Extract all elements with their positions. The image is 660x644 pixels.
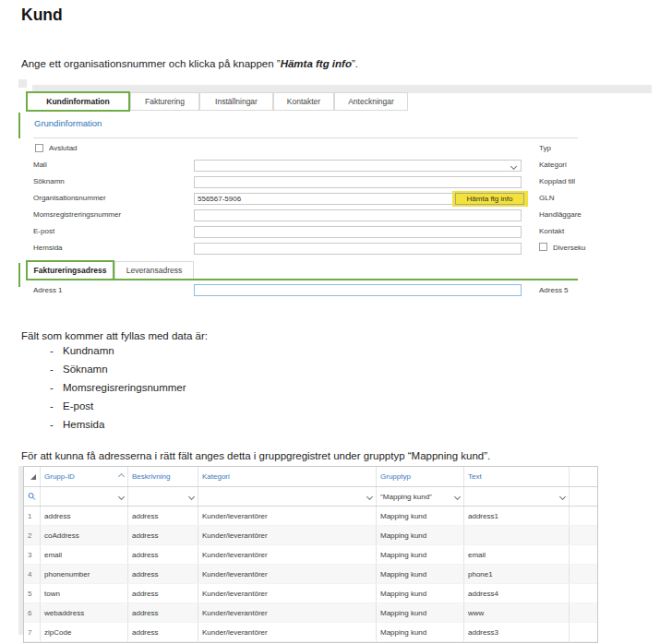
row-number: 4 <box>24 565 41 583</box>
sort-ascending-icon <box>118 473 125 480</box>
search-icon <box>28 492 36 501</box>
table-cell: Mapping kund <box>377 526 464 544</box>
column-header-grupp-id[interactable]: Grupp-ID <box>41 467 128 486</box>
column-label: Text <box>468 472 482 481</box>
hamta-ftg-info-button[interactable]: Hämta ftg info <box>455 193 524 205</box>
grid-corner-cell[interactable] <box>24 467 41 486</box>
corner-triangle-icon <box>30 474 36 480</box>
chevron-down-icon <box>188 493 195 499</box>
gln-label: GLN <box>539 194 554 203</box>
tab-faktureringsadress[interactable]: Faktureringsadress <box>26 260 114 280</box>
table-row[interactable]: 6webaddressaddressKunder/leverantörerMap… <box>24 603 597 623</box>
mall-select[interactable] <box>194 160 522 172</box>
list-item-label: Momsregisreringsnummer <box>63 382 186 393</box>
table-cell: Mapping kund <box>377 545 464 564</box>
table-row[interactable]: 5townaddressKunder/leverantörerMapping k… <box>24 584 597 603</box>
bullet-dash: - <box>50 364 54 375</box>
diversekund-label: Diverseku <box>553 244 586 253</box>
section-title-grundinformation: Grundinformation <box>34 118 102 128</box>
momsregistreringsnummer-input[interactable] <box>194 209 522 221</box>
epost-input[interactable] <box>194 226 522 238</box>
filter-grupptyp[interactable]: "Mapping kund" <box>377 487 464 506</box>
row-number: 1 <box>24 507 41 525</box>
table-cell: email <box>464 545 570 564</box>
table-cell-empty <box>570 623 597 641</box>
bullet-dash: - <box>50 345 54 356</box>
table-cell: Mapping kund <box>377 584 464 602</box>
avslutad-checkbox[interactable] <box>35 144 43 152</box>
tab-label: Anteckningar <box>348 97 394 106</box>
intro-button-name: Hämta ftg info <box>281 58 352 69</box>
table-cell: Mapping kund <box>377 565 464 583</box>
column-label: Grupp-ID <box>44 472 75 481</box>
tab-label: Kontakter <box>287 97 320 106</box>
soknamn-label: Söknamn <box>33 177 65 186</box>
tab-fakturering[interactable]: Fakturering <box>130 92 199 111</box>
row-number: 2 <box>24 526 41 544</box>
mapping-paragraph: För att kunna få adresserna i rätt fält … <box>21 450 490 461</box>
column-header-text[interactable]: Text <box>464 467 570 486</box>
column-header-grupptyp[interactable]: Grupptyp <box>377 467 464 486</box>
tab-anteckningar[interactable]: Anteckningar <box>334 92 408 111</box>
table-row[interactable]: 1addressaddressKunder/leverantörerMappin… <box>24 507 597 526</box>
table-cell: Kunder/leverantörer <box>198 623 377 641</box>
handlaggare-label: Handläggare <box>539 210 582 220</box>
momsregistreringsnummer-label: Momsregistreringsnummer <box>33 210 121 220</box>
tab-leveransadress[interactable]: Leveransadress <box>114 261 194 280</box>
filter-beskrivning[interactable] <box>128 487 198 506</box>
kategori-label: Kategori <box>539 161 567 170</box>
button-label: Hämta ftg info <box>467 195 513 203</box>
row-number: 5 <box>24 584 41 602</box>
document-page: Kund Ange ett organisationsnummer och kl… <box>0 0 660 644</box>
table-cell: address <box>41 507 128 525</box>
table-cell-empty <box>570 526 597 544</box>
filter-kategori[interactable] <box>198 487 377 506</box>
organisationsnummer-label: Organisationsnummer <box>33 194 106 203</box>
table-row[interactable]: 3emailaddressKunder/leverantörerMapping … <box>24 545 597 565</box>
column-header-kategori[interactable]: Kategori <box>198 467 377 486</box>
grid-header-row: Grupp-ID Beskrivning Kategori Grupptyp T… <box>24 467 597 487</box>
hemsida-label: Hemsida <box>33 244 63 253</box>
filter-cell[interactable] <box>24 487 41 506</box>
diversekund-checkbox[interactable] <box>539 243 547 251</box>
bullet-dash: - <box>50 382 54 393</box>
table-row[interactable]: 2coAddressaddressKunder/leverantörerMapp… <box>24 526 597 545</box>
organisationsnummer-input[interactable]: 556567-5906 <box>194 193 453 205</box>
table-row[interactable]: 4phonenumberaddressKunder/leverantörerMa… <box>24 565 597 584</box>
tab-kontakter[interactable]: Kontakter <box>273 92 334 111</box>
table-cell: phone1 <box>464 565 570 583</box>
table-cell: Mapping kund <box>377 623 464 641</box>
chevron-down-icon <box>559 493 566 499</box>
table-cell: address <box>128 565 198 583</box>
list-item-label: E-post <box>63 400 93 411</box>
table-cell <box>464 526 570 544</box>
list-item-label: Kundnamn <box>63 345 114 356</box>
filter-grupp-id[interactable] <box>41 487 128 506</box>
row-number: 7 <box>24 623 41 641</box>
grid-body: 1addressaddressKunder/leverantörerMappin… <box>24 507 597 642</box>
soknamn-input[interactable] <box>194 176 522 188</box>
fields-intro-paragraph: Fält som kommer att fyllas med data är: <box>21 330 208 341</box>
table-row[interactable]: 7zipCodeaddressKunder/leverantörerMappin… <box>24 623 597 642</box>
avslutad-label: Avslutad <box>49 144 78 153</box>
table-cell: www <box>464 603 570 622</box>
organisationsnummer-value: 556567-5906 <box>198 195 241 203</box>
green-edge-line <box>18 113 20 138</box>
table-cell: webaddress <box>41 603 128 622</box>
column-label: Beskrivning <box>132 472 170 481</box>
hemsida-input[interactable] <box>194 243 522 255</box>
intro-text: Ange ett organisationsnummer och klicka … <box>21 58 281 69</box>
table-cell-empty <box>570 545 597 564</box>
chevron-down-icon <box>510 163 517 170</box>
tab-kundinformation[interactable]: Kundinformation <box>26 91 130 112</box>
column-label: Kategori <box>202 472 230 481</box>
adress1-input[interactable] <box>194 284 522 296</box>
tab-installningar[interactable]: Inställningar <box>199 92 273 111</box>
mall-label: Mall <box>33 161 47 170</box>
chevron-down-icon <box>118 493 125 499</box>
column-header-beskrivning[interactable]: Beskrivning <box>128 467 198 486</box>
kopplad-till-label: Kopplad till <box>539 177 575 186</box>
grid-filter-row: "Mapping kund" <box>24 487 597 507</box>
filter-text[interactable] <box>464 487 570 506</box>
tab-label: Faktureringsadress <box>34 266 107 275</box>
